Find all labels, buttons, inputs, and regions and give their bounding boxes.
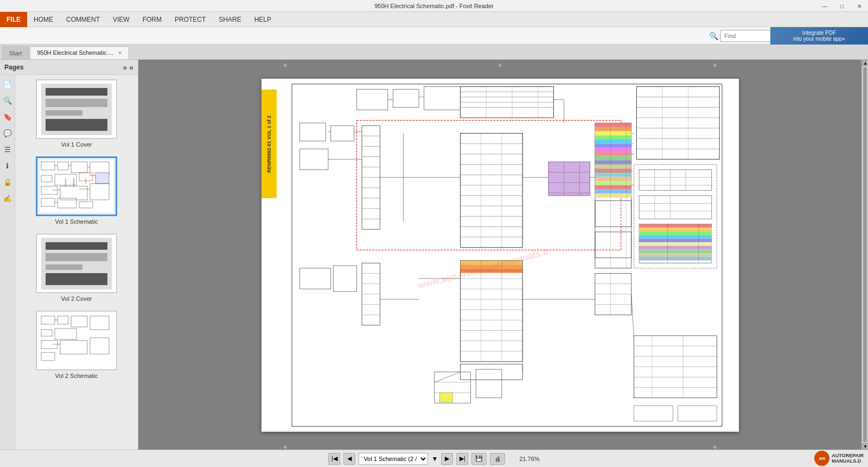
thumb-vol1-cover-image [36,79,117,139]
menu-view[interactable]: VIEW [106,12,136,27]
logo-text: AUTOREPAIRMANUALS.D [832,453,864,464]
sidebar-security-icon[interactable]: 🔒 [2,176,14,188]
svg-rect-87 [548,162,589,195]
svg-rect-110 [595,190,631,194]
svg-rect-108 [595,181,631,185]
autorepair-logo: AR AUTOREPAIRMANUALS.D [814,451,864,466]
svg-rect-101 [595,152,631,156]
pdf-yellow-label: RENR8882-01 VOL 1 of 2 [261,90,277,198]
thumb-block [46,242,107,250]
save-page-button[interactable]: 💾 [471,453,487,465]
bottom-toolbar: |◀ ◀ Vol 1 Schematic (2 / Vol 1 Cover (1… [0,450,868,467]
menu-home[interactable]: HOME [27,12,60,27]
tabbar: Start 950H Electrical Schematic.... ✕ [0,45,868,60]
page-select-arrow: ▼ [431,455,438,463]
page-marker-right: ◆ [713,62,717,68]
thumb-vol1-cover-label: Vol 1 Cover [61,141,92,148]
thumb-schematic-svg [39,159,114,213]
thumb-vol2-cover-image [36,234,117,293]
menu-protect[interactable]: PROTECT [168,12,212,27]
page-thumb-vol2-schematic[interactable]: Vol 2 Schematic [20,311,133,379]
sidebar-content: 📄 🔍 🔖 💬 ☰ ℹ 🔒 ✍ [0,75,138,450]
sidebar-expand-button[interactable]: » [123,63,127,72]
menu-help[interactable]: HELP [248,12,278,27]
right-scrollbar[interactable]: ▲ ▼ [861,60,868,450]
menu-file[interactable]: FILE [0,12,27,27]
svg-rect-136 [639,249,712,253]
sidebar-collapse-button[interactable]: « [129,63,133,72]
pages-label: Pages [4,64,23,71]
page-thumb-vol2-cover[interactable]: Vol 2 Cover [20,234,133,302]
sidebar-properties-icon[interactable]: ℹ [2,160,14,172]
svg-rect-135 [639,246,712,250]
schematic-svg: www.aeo-tronics-airmanuals.c [278,81,736,429]
pdf-page: RENR8882-01 VOL 1 of 2 [261,79,739,432]
tab-start[interactable]: Start [2,46,29,59]
integrate-pdf-banner: Integrate PDFinto your mobile app» [770,27,868,45]
thumb-block [46,264,82,270]
svg-rect-106 [595,173,631,177]
page-thumb-vol1-schematic[interactable]: Vol 1 Schematic [20,156,133,225]
thumb-block [46,119,107,131]
minimize-button[interactable]: — [816,0,833,12]
print-page-button[interactable]: 🖨 [490,453,505,465]
tab-schematic-label: 950H Electrical Schematic.... [37,49,113,56]
sidebar-bookmarks-icon[interactable]: 🔖 [2,111,14,123]
page-select-dropdown[interactable]: Vol 1 Schematic (2 / Vol 1 Cover (1 / Vo… [359,453,428,465]
close-button[interactable]: ✕ [851,0,868,12]
logo-circle: AR [814,451,829,466]
thumb-block [46,253,107,261]
thumb-vol2-schematic-label: Vol 2 Schematic [55,373,98,379]
page-marker-top: ◆ [498,62,502,68]
maximize-button[interactable]: □ [833,0,851,12]
menu-share[interactable]: SHARE [212,12,247,27]
sidebar-layers-icon[interactable]: ☰ [2,143,14,155]
svg-rect-102 [595,156,631,161]
svg-rect-11 [95,173,109,184]
page-marker-bottom-left: ◆ [283,444,288,450]
menu-comment[interactable]: COMMENT [60,12,106,27]
tab-schematic[interactable]: 950H Electrical Schematic.... ✕ [30,46,129,59]
svg-rect-107 [595,177,631,181]
first-page-button[interactable]: |◀ [328,453,340,465]
last-page-button[interactable]: ▶| [456,453,468,465]
sidebar-signatures-icon[interactable]: ✍ [2,192,14,204]
zoom-level: 21.76% [519,456,539,462]
thumb-block [46,99,107,107]
menubar: FILE HOME COMMENT VIEW FORM PROTECT SHAR… [0,12,868,27]
sidebar: Pages » « 📄 🔍 🔖 💬 ☰ ℹ 🔒 ✍ [0,60,138,450]
tab-start-label: Start [9,50,22,56]
prev-page-button[interactable]: ◀ [343,453,355,465]
scroll-up-arrow[interactable]: ▲ [862,60,868,66]
scroll-thumb[interactable] [863,67,867,442]
search-icon: 🔍 [709,31,718,40]
svg-rect-103 [595,160,631,165]
page-marker-left: ◆ [283,62,288,68]
menu-form[interactable]: FORM [136,12,168,27]
svg-rect-109 [595,185,631,190]
thumb-vol2-schematic-image [36,311,117,370]
sidebar-tools: 📄 🔍 🔖 💬 ☰ ℹ 🔒 ✍ [0,75,15,450]
sidebar-search-icon[interactable]: 🔍 [2,94,14,106]
sidebar-pages-icon[interactable]: 📄 [2,78,14,90]
svg-rect-99 [595,144,631,148]
svg-rect-105 [595,168,631,173]
thumb-vol2-cover-label: Vol 2 Cover [61,295,92,302]
svg-rect-97 [595,135,631,140]
svg-rect-96 [595,131,631,136]
pdf-viewer[interactable]: ◆ ◆ ◆ RENR8882-01 VOL 1 of 2 [138,60,861,450]
scroll-down-arrow[interactable]: ▼ [862,443,868,450]
page-thumb-vol1-cover[interactable]: Vol 1 Cover [20,79,133,148]
thumb-block [46,110,82,116]
svg-rect-131 [639,231,712,235]
integrate-text: Integrate PDFinto your mobile app» [793,30,845,42]
svg-rect-111 [595,193,631,198]
svg-rect-174 [439,393,452,402]
thumb-vol1-schematic-label: Vol 1 Schematic [55,218,98,225]
close-tab-icon[interactable]: ✕ [118,50,122,56]
svg-rect-94 [595,123,631,127]
sidebar-comments-icon[interactable]: 💬 [2,127,14,139]
next-page-button[interactable]: ▶ [441,453,453,465]
svg-rect-133 [639,238,712,242]
thumb-block [46,273,107,285]
